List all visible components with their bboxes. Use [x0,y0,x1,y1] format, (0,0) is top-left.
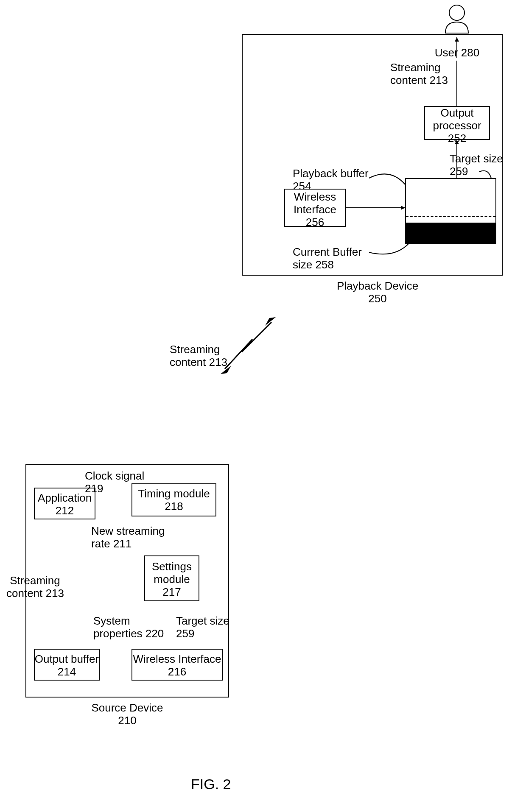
user-label: User 280 [420,47,494,59]
output-buffer-label: Output buffer 214 [34,653,100,678]
target-size-source-label: Target size 259 [176,615,231,640]
current-buffer-size-label: Current Buffer size 258 [293,246,369,271]
settings-module-label: Settings module 217 [144,561,199,599]
target-size-playback-label: Target size 259 [450,153,505,178]
source-device-title: Source Device 210 [85,702,170,727]
target-size-line [406,216,495,217]
wireless-interface-playback-label: Wireless Interface 256 [284,191,346,229]
streaming-content-source-label-2: Streaming content 213 [6,575,64,600]
application-label: Application 212 [34,492,95,517]
figure-caption: FIG. 2 [191,776,231,792]
streaming-content-between-label: Streaming content 213 [170,343,229,369]
wireless-interface-source-label: Wireless Interface 216 [132,653,223,678]
clock-signal-label: Clock signal 219 [85,470,148,495]
new-streaming-rate-label: New streaming rate 211 [91,525,168,550]
svg-point-0 [449,5,464,20]
output-processor-label: Output processor 252 [424,107,490,145]
user-icon [445,5,468,33]
streaming-content-to-user-label: Streaming content 213 [390,61,450,87]
current-buffer-fill [406,223,495,243]
system-properties-label: System properties 220 [93,615,165,640]
playback-device-title: Playback Device 250 [335,280,420,305]
